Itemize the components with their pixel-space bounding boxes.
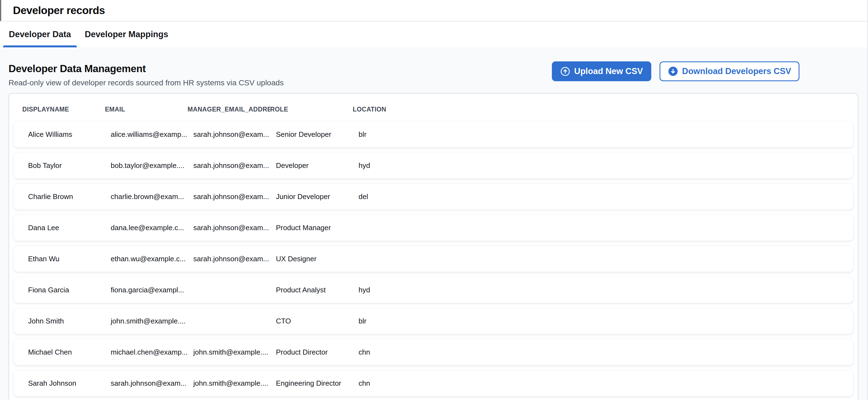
- cell-location: blr: [359, 317, 839, 326]
- cell-manager-email: sarah.johnson@exam...: [193, 255, 276, 263]
- cell-role: Engineering Director: [276, 379, 359, 388]
- table-row: Ethan Wu ethan.wu@example.c... sarah.joh…: [13, 246, 854, 272]
- table-row: Sarah Johnson sarah.johnson@exam... john…: [13, 370, 854, 396]
- cell-displayname: Sarah Johnson: [28, 379, 111, 388]
- cell-location: chn: [359, 348, 839, 357]
- table-row: Fiona Garcia fiona.garcia@exampl... Prod…: [13, 277, 854, 303]
- cell-displayname: Ethan Wu: [28, 255, 111, 263]
- column-header-manager-email: MANAGER_EMAIL_ADDRE...: [188, 106, 270, 113]
- cell-role: Developer: [276, 161, 359, 170]
- table-row: Michael Chen michael.chen@examp... john.…: [13, 339, 854, 365]
- download-developers-csv-button[interactable]: Download Developers CSV: [659, 61, 800, 81]
- cell-email: charlie.brown@exam...: [111, 192, 193, 201]
- action-buttons: Upload New CSV Download Developers CSV: [552, 61, 800, 81]
- column-header-role: ROLE: [270, 106, 353, 113]
- cell-role: Product Analyst: [276, 286, 359, 294]
- tab-developer-data[interactable]: Developer Data: [3, 22, 77, 48]
- cell-displayname: Alice Williams: [28, 130, 111, 139]
- cell-manager-email: sarah.johnson@exam...: [193, 130, 276, 139]
- cell-displayname: Charlie Brown: [28, 192, 111, 201]
- cell-email: john.smith@example....: [111, 317, 193, 326]
- cell-location: hyd: [359, 161, 839, 170]
- table-row: Bob Taylor bob.taylor@example.... sarah.…: [13, 152, 854, 179]
- cell-manager-email: sarah.johnson@exam...: [193, 161, 276, 170]
- table-header-row: DISPLAYNAME EMAIL MANAGER_EMAIL_ADDRE...…: [9, 94, 858, 121]
- column-header-email: EMAIL: [105, 106, 188, 113]
- tab-developer-mappings[interactable]: Developer Mappings: [79, 22, 174, 48]
- cell-location: hyd: [359, 286, 839, 294]
- cell-role: Product Director: [276, 348, 359, 357]
- section-header: Developer Data Management Read-only view…: [0, 48, 868, 88]
- table-body: Alice Williams alice.williams@examp... s…: [9, 121, 858, 396]
- table-row: John Smith john.smith@example.... CTO bl…: [13, 308, 854, 334]
- upload-new-csv-button[interactable]: Upload New CSV: [552, 61, 651, 81]
- cell-role: Junior Developer: [276, 192, 359, 201]
- cell-manager-email: sarah.johnson@exam...: [193, 223, 276, 232]
- cell-email: fiona.garcia@exampl...: [111, 286, 193, 294]
- tab-panel-developer-data: Developer Data Management Read-only view…: [0, 48, 868, 400]
- cell-role: Product Manager: [276, 223, 359, 232]
- cell-displayname: Fiona Garcia: [28, 286, 111, 294]
- cell-displayname: Bob Taylor: [28, 161, 111, 170]
- developer-table: DISPLAYNAME EMAIL MANAGER_EMAIL_ADDRE...…: [8, 93, 858, 400]
- cell-manager-email: john.smith@example....: [193, 348, 276, 357]
- cell-email: dana.lee@example.c...: [111, 223, 193, 232]
- cell-location: blr: [359, 130, 839, 139]
- app-root: Developer records Developer Data Develop…: [0, 0, 868, 400]
- cell-role: Senior Developer: [276, 130, 359, 139]
- table-row: Alice Williams alice.williams@examp... s…: [13, 121, 854, 148]
- cell-email: ethan.wu@example.c...: [111, 255, 193, 263]
- cell-email: sarah.johnson@exam...: [111, 379, 193, 388]
- section-text: Developer Data Management Read-only view…: [8, 63, 284, 88]
- page-header: Developer records: [0, 0, 868, 22]
- table-row: Charlie Brown charlie.brown@exam... sara…: [13, 183, 854, 210]
- page-title: Developer records: [13, 4, 105, 17]
- section-heading: Developer Data Management: [8, 63, 284, 75]
- cell-displayname: John Smith: [28, 317, 111, 326]
- cell-manager-email: sarah.johnson@exam...: [193, 192, 276, 201]
- cell-email: alice.williams@examp...: [111, 130, 193, 139]
- cell-displayname: Dana Lee: [28, 223, 111, 232]
- table-row: Dana Lee dana.lee@example.c... sarah.joh…: [13, 214, 854, 241]
- cell-manager-email: john.smith@example....: [193, 379, 276, 388]
- cell-displayname: Michael Chen: [28, 348, 111, 357]
- cell-location: del: [359, 192, 839, 201]
- cell-role: UX Designer: [276, 255, 359, 263]
- left-edge-divider: [0, 0, 1, 21]
- section-description: Read-only view of developer records sour…: [8, 78, 284, 88]
- tab-developer-data-label: Developer Data: [9, 29, 71, 39]
- cell-location: chn: [359, 379, 839, 388]
- download-button-label: Download Developers CSV: [682, 66, 791, 76]
- arrow-up-circle-icon: [560, 66, 570, 76]
- column-header-location: LOCATION: [353, 106, 845, 113]
- tab-developer-mappings-label: Developer Mappings: [85, 29, 168, 39]
- arrow-down-circle-icon: [668, 66, 678, 76]
- tab-bar: Developer Data Developer Mappings: [0, 22, 868, 48]
- cell-email: bob.taylor@example....: [111, 161, 193, 170]
- upload-button-label: Upload New CSV: [574, 66, 643, 76]
- column-header-displayname: DISPLAYNAME: [22, 106, 105, 113]
- cell-role: CTO: [276, 317, 359, 326]
- cell-email: michael.chen@examp...: [111, 348, 193, 357]
